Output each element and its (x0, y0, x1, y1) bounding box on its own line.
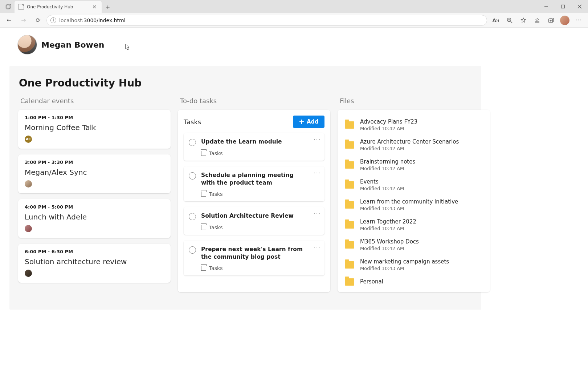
window-minimize-button[interactable] (538, 0, 555, 13)
more-menu-button[interactable]: ··· (572, 14, 585, 27)
task-complete-radio[interactable] (189, 213, 196, 220)
task-more-button[interactable]: ··· (314, 211, 321, 217)
event-time: 1:00 PM - 1:30 PM (25, 115, 164, 120)
new-tab-button[interactable]: ＋ (102, 1, 114, 13)
collections-icon[interactable] (544, 14, 558, 27)
user-name: Megan Bowen (41, 40, 105, 49)
page-icon (18, 4, 24, 10)
add-task-label: Add (307, 118, 319, 125)
file-meta: Modified 10:42 AM (360, 126, 417, 131)
task-more-button[interactable]: ··· (314, 170, 321, 176)
nav-refresh-button[interactable]: ⟳ (32, 14, 44, 27)
event-title: Lunch with Adele (25, 213, 164, 221)
url-host: localhost (59, 17, 82, 23)
favorites-list-icon[interactable] (531, 14, 544, 27)
event-title: Morning Coffee Talk (25, 123, 164, 132)
file-name: Brainstorming notes (360, 158, 415, 165)
todo-heading: To-do tasks (180, 97, 330, 105)
task-card[interactable]: ··· Update the Learn module Tasks (184, 133, 324, 161)
file-row[interactable]: Learn from the community initiative Modi… (343, 195, 484, 215)
tasks-panel: Tasks Add ··· Update the Learn module (178, 110, 330, 292)
folder-icon (345, 278, 354, 286)
task-list-icon (201, 225, 206, 230)
event-card[interactable]: 1:00 PM - 1:30 PM Morning Coffee Talk AC (18, 110, 171, 149)
profile-avatar[interactable] (558, 14, 571, 27)
file-row[interactable]: Events Modified 10:42 AM (343, 175, 484, 195)
task-title: Solution Architecture Review (201, 212, 294, 220)
file-meta: Modified 10:42 AM (360, 226, 416, 231)
file-row[interactable]: Learn Together 2022 Modified 10:42 AM (343, 215, 484, 235)
add-task-button[interactable]: Add (293, 116, 324, 128)
task-list-name: Tasks (209, 265, 223, 271)
read-aloud-icon[interactable]: A)) (489, 14, 502, 27)
task-card[interactable]: ··· Prepare next week's Learn from the c… (184, 241, 324, 275)
file-row[interactable]: Brainstorming notes Modified 10:42 AM (343, 155, 484, 175)
event-time: 3:00 PM - 3:30 PM (25, 160, 164, 165)
tasks-panel-title: Tasks (184, 118, 201, 126)
folder-icon (345, 261, 354, 269)
tasks-column: To-do tasks Tasks Add ··· (178, 97, 330, 292)
tab-close-button[interactable]: ✕ (91, 3, 98, 11)
task-card[interactable]: ··· Schedule a planning meeting with the… (184, 166, 324, 201)
event-card[interactable]: 3:00 PM - 3:30 PM Megan/Alex Sync (18, 154, 171, 193)
event-card[interactable]: 4:00 PM - 5:00 PM Lunch with Adele (18, 199, 171, 238)
user-avatar[interactable] (17, 35, 37, 55)
nav-forward-button[interactable]: → (17, 14, 30, 27)
attendee-avatar[interactable] (25, 270, 32, 277)
task-more-button[interactable]: ··· (314, 137, 321, 142)
window-maximize-button[interactable] (555, 0, 571, 13)
browser-tabstrip: One Productivity Hub ✕ ＋ (0, 0, 588, 13)
event-time: 6:00 PM - 6:30 PM (25, 249, 164, 254)
file-meta: Modified 10:42 AM (360, 186, 404, 191)
task-card[interactable]: ··· Solution Architecture Review Tasks (184, 207, 324, 235)
zoom-icon[interactable] (503, 14, 516, 27)
hub-title: One Productivity Hub (19, 77, 473, 89)
user-header: Megan Bowen (17, 35, 579, 55)
task-title: Schedule a planning meeting with the pro… (201, 172, 306, 187)
attendee-avatar[interactable]: AC (25, 136, 32, 143)
file-meta: Modified 10:42 AM (360, 246, 419, 251)
folder-icon (345, 201, 354, 209)
task-more-button[interactable]: ··· (314, 244, 321, 250)
address-bar[interactable]: i localhost:3000/index.html (46, 15, 487, 26)
attendee-avatar[interactable] (25, 180, 32, 188)
task-title: Update the Learn module (201, 138, 282, 146)
file-name: Learn Together 2022 (360, 218, 416, 225)
file-name: Advocacy Plans FY23 (360, 118, 417, 125)
file-name: Events (360, 178, 404, 185)
file-row[interactable]: Azure Architecture Center Scenarios Modi… (343, 135, 484, 155)
file-name: New marketing campaign assets (360, 258, 449, 265)
favorite-star-icon[interactable] (517, 14, 530, 27)
folder-icon (345, 141, 354, 149)
folder-icon (345, 241, 354, 249)
file-name: M365 Workshop Docs (360, 238, 419, 245)
task-complete-radio[interactable] (189, 246, 196, 254)
folder-icon (345, 181, 354, 189)
file-meta: Modified 10:42 AM (360, 146, 459, 151)
file-row[interactable]: New marketing campaign assets Modified 1… (343, 255, 484, 275)
file-row[interactable]: M365 Workshop Docs Modified 10:42 AM (343, 235, 484, 255)
file-row[interactable]: Personal (343, 275, 484, 289)
task-complete-radio[interactable] (189, 139, 196, 146)
task-list-name: Tasks (209, 150, 223, 156)
file-name: Azure Architecture Center Scenarios (360, 138, 459, 145)
file-meta: Modified 10:43 AM (360, 206, 458, 211)
file-meta: Modified 10:42 AM (360, 166, 415, 171)
window-close-button[interactable] (571, 0, 588, 13)
task-complete-radio[interactable] (189, 172, 196, 180)
files-panel: Advocacy Plans FY23 Modified 10:42 AM Az… (338, 110, 490, 292)
nav-back-button[interactable]: ← (3, 14, 15, 27)
event-card[interactable]: 6:00 PM - 6:30 PM Solution architecture … (18, 244, 171, 283)
folder-icon (345, 161, 354, 169)
file-row[interactable]: Advocacy Plans FY23 Modified 10:42 AM (343, 115, 484, 135)
active-tab[interactable]: One Productivity Hub ✕ (15, 1, 102, 13)
hub-panel: One Productivity Hub Calendar events 1:0… (9, 66, 481, 310)
site-info-icon[interactable]: i (50, 17, 56, 23)
task-title: Prepare next week's Learn from the commu… (201, 246, 306, 261)
url-path: :3000/index.html (82, 17, 126, 23)
task-list-name: Tasks (209, 191, 223, 197)
tab-actions-button[interactable] (2, 1, 15, 13)
task-list-icon (201, 192, 206, 197)
attendee-avatar[interactable] (25, 225, 32, 232)
svg-rect-3 (562, 5, 565, 8)
